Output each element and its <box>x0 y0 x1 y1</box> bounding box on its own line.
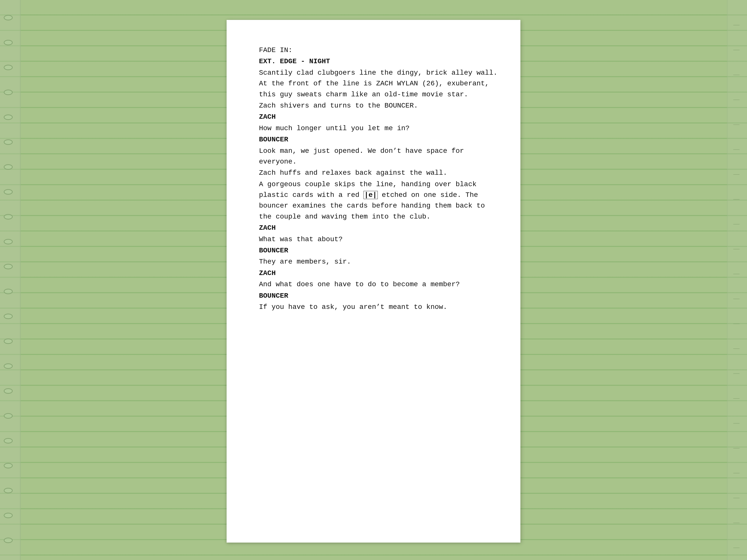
script-line-action: Zach shivers and turns to the BOUNCER. <box>259 100 500 111</box>
right-margin-tick <box>733 523 740 523</box>
right-margin-tick <box>733 398 740 399</box>
script-line-scene-heading: EXT. EDGE - NIGHT <box>259 56 500 67</box>
script-line-character: BOUNCER <box>259 245 500 256</box>
spiral-dot <box>4 413 13 419</box>
spiral-dot <box>4 40 13 45</box>
screenplay-paper: FADE IN:EXT. EDGE - NIGHTScantily clad c… <box>227 20 520 542</box>
spiral-dot <box>4 164 13 170</box>
right-margin-tick <box>733 274 740 274</box>
right-margin-tick <box>733 498 740 498</box>
script-line-dialogue: How much longer until you let me in? <box>259 123 500 134</box>
right-margin-tick <box>733 50 740 50</box>
script-line-action: A gorgeous couple skips the line, handin… <box>259 179 500 222</box>
right-margin-tick <box>733 299 740 299</box>
spiral-dot <box>4 139 13 145</box>
script-line-character: ZACH <box>259 222 500 233</box>
spiral-dot <box>4 463 13 469</box>
spiral-dot <box>4 264 13 269</box>
script-line-dialogue: If you have to ask, you aren’t meant to … <box>259 302 500 312</box>
script-line-character: BOUNCER <box>259 290 500 301</box>
right-margin-tick <box>733 348 740 349</box>
right-margin-tick <box>733 224 740 224</box>
spiral-dot <box>4 114 13 120</box>
spiral-dot <box>4 513 13 518</box>
right-margin-tick <box>733 249 740 249</box>
right-margin-tick <box>733 174 740 175</box>
script-line-dialogue: What was that about? <box>259 234 500 245</box>
spiral-dot <box>4 488 13 493</box>
script-line-action: Zach huffs and relaxes back against the … <box>259 167 500 178</box>
script-line-dialogue: And what does one have to do to become a… <box>259 279 500 290</box>
right-margin-tick <box>733 548 740 548</box>
right-margin-tick <box>733 448 740 449</box>
script-line-action: FADE IN: <box>259 45 500 55</box>
right-ticks <box>732 0 740 560</box>
right-margin-tick <box>733 125 740 125</box>
right-margin-tick <box>733 373 740 374</box>
spiral-dot <box>4 65 13 70</box>
script-line-character: ZACH <box>259 111 500 122</box>
spiral-dot <box>4 189 13 195</box>
right-margin-tick <box>733 324 740 324</box>
spiral-dot <box>4 538 13 543</box>
spiral-dot <box>4 314 13 319</box>
script-line-character: BOUNCER <box>259 134 500 145</box>
spiral-dot <box>4 15 13 20</box>
spiral-dot <box>4 388 13 394</box>
spiral-binding <box>0 0 20 560</box>
right-margin-tick <box>733 149 740 150</box>
right-margin-tick <box>733 199 740 199</box>
spiral-dot <box>4 89 13 95</box>
spiral-dot <box>4 339 13 344</box>
script-line-character: ZACH <box>259 268 500 278</box>
right-margin-tick <box>733 423 740 424</box>
right-margin-tick <box>733 100 740 100</box>
spiral-dot <box>4 289 13 294</box>
spiral-dot <box>4 364 13 369</box>
script-content: FADE IN:EXT. EDGE - NIGHTScantily clad c… <box>259 45 500 312</box>
script-line-dialogue: They are members, sir. <box>259 256 500 267</box>
script-line-action: Scantily clad clubgoers line the dingy, … <box>259 68 500 100</box>
right-margin-tick <box>733 473 740 473</box>
spiral-dot <box>4 214 13 219</box>
spiral-dot <box>4 438 13 444</box>
right-margin-tick <box>733 25 740 25</box>
script-line-dialogue: Look man, we just opened. We don’t have … <box>259 145 500 167</box>
spiral-dot <box>4 239 13 244</box>
right-margin-tick <box>733 75 740 75</box>
